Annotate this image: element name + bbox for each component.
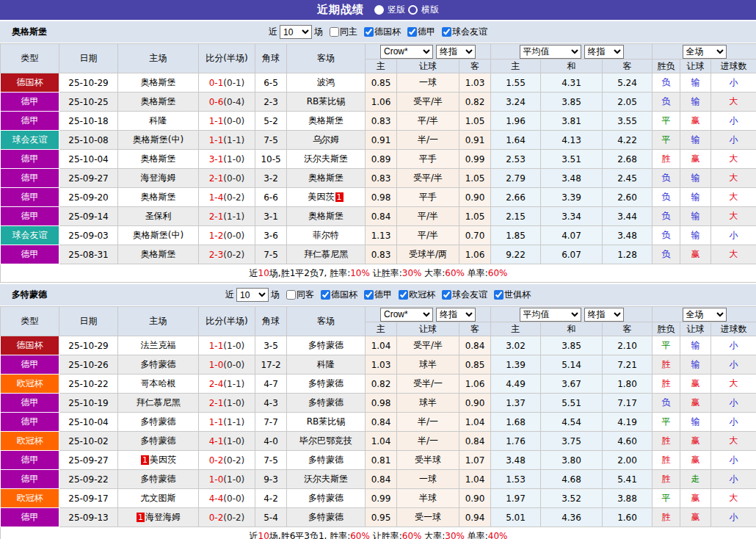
league-filter-1[interactable]: 德甲 [403,26,435,38]
full-time-score[interactable]: 1-2 [209,231,224,241]
home-team-link[interactable]: 奥格斯堡(中) [133,134,183,145]
odds-time-select[interactable]: 终指 [436,308,476,322]
same-side-checkbox-label[interactable]: 同主 [325,26,357,38]
home-team: 奥格斯堡(中) [118,131,199,150]
view-mode-radio-horizontal[interactable]: 横版 [408,4,439,16]
full-time-score[interactable]: 1-4 [209,192,224,203]
away-team-link[interactable]: 乌尔姆 [313,134,339,145]
home-team-link[interactable]: 法兰克福 [141,340,176,350]
home-team-link[interactable]: 拜仁慕尼黑 [137,397,181,408]
home-team-link[interactable]: 哥本哈根 [141,378,176,388]
match-count-select[interactable]: 10 [280,25,312,39]
league-checkbox[interactable] [364,290,374,300]
home-team-link[interactable]: 海登海姆 [145,512,181,522]
home-team-link[interactable]: 奥格斯堡 [141,77,176,87]
league-filter-4[interactable]: 世俱杯 [490,289,531,301]
home-team-link[interactable]: 多特蒙德 [141,359,176,369]
scope-select[interactable]: 全场 [683,45,727,59]
away-team-link[interactable]: 多特蒙德 [308,340,344,350]
full-time-score[interactable]: 1-1 [209,341,224,351]
full-time-score[interactable]: 2-3 [209,250,224,260]
full-time-score[interactable]: 0-2 [209,513,224,523]
league-checkbox[interactable] [321,290,330,300]
away-team-link[interactable]: 多特蒙德 [308,378,344,388]
match-count-select[interactable]: 10 [236,288,269,302]
average-time-select[interactable]: 终指 [584,308,624,322]
home-team-link[interactable]: 科隆 [150,115,167,126]
away-team-link[interactable]: 多特蒙德 [308,397,344,408]
radio-label: 竖版 [388,4,405,16]
home-team-link[interactable]: 尤文图斯 [141,493,176,503]
full-time-score[interactable]: 0-2 [209,455,224,466]
full-time-score[interactable]: 2-1 [209,211,224,222]
away-team-link[interactable]: 毕尔巴鄂竞技 [299,435,352,446]
home-team-link[interactable]: 奥格斯堡 [141,153,176,164]
full-time-score[interactable]: 0-1 [209,78,224,88]
away-team-link[interactable]: 沃尔夫斯堡 [304,474,348,484]
league-filter-2[interactable]: 球会友谊 [437,26,487,38]
scope-select[interactable]: 全场 [683,308,727,322]
league-checkbox[interactable] [364,27,374,37]
home-team-link[interactable]: 多特蒙德 [141,474,176,484]
full-time-score[interactable]: 1-1 [209,417,224,427]
average-time-select[interactable]: 终指 [584,45,624,59]
full-time-score[interactable]: 2-1 [209,173,224,184]
home-team-link[interactable]: 海登海姆 [141,173,176,183]
league-filter-0[interactable]: 德国杯 [316,289,357,301]
full-time-score[interactable]: 0-6 [209,97,224,107]
away-team-link[interactable]: 科隆 [317,359,335,369]
league-filter-2[interactable]: 欧冠杯 [394,289,435,301]
home-team-link[interactable]: 圣保利 [145,211,172,221]
odds-time-select[interactable]: 终指 [436,45,476,59]
league-filter-1[interactable]: 德甲 [360,289,392,301]
away-team-link[interactable]: 菲尔特 [313,230,339,240]
home-team-link[interactable]: 多特蒙德 [141,435,176,446]
home-team-link[interactable]: 奥格斯堡 [141,192,176,202]
full-time-score[interactable]: 2-4 [209,379,224,389]
full-time-score[interactable]: 4-4 [209,493,224,504]
home-team-link[interactable]: 奥格斯堡 [141,249,176,259]
odds-away: 0.84 [459,432,491,451]
full-time-score[interactable]: 1-1 [209,116,224,126]
same-side-checkbox[interactable] [330,27,339,37]
average-source-select[interactable]: 平均值 [520,45,581,59]
league-checkbox[interactable] [442,290,451,300]
league-filter-3[interactable]: 球会友谊 [437,289,487,301]
league-checkbox[interactable] [442,27,451,37]
away-team: 乌尔姆 [287,131,366,150]
away-team-link[interactable]: 多特蒙德 [308,455,344,465]
away-team-link[interactable]: 波鸿 [317,77,335,87]
away-team-link[interactable]: 多特蒙德 [308,512,344,522]
away-team-link[interactable]: 奥格斯堡 [308,173,344,183]
league-checkbox[interactable] [407,27,417,37]
full-time-score[interactable]: 4-1 [209,436,224,446]
away-team-link[interactable]: 多特蒙德 [308,493,344,503]
home-team-link[interactable]: 奥格斯堡 [141,96,176,106]
full-time-score[interactable]: 3-1 [209,154,224,164]
home-team-link[interactable]: 多特蒙德 [141,416,176,427]
odds-source-select[interactable]: Crow* [380,45,433,59]
full-time-score[interactable]: 1-0 [209,474,224,485]
odds-source-select[interactable]: Crow* [380,308,433,322]
same-side-checkbox-label[interactable]: 同客 [282,289,314,301]
league-filter-0[interactable]: 德国杯 [360,26,401,38]
average-source-select[interactable]: 平均值 [520,308,581,322]
full-time-score[interactable]: 1-0 [209,360,224,370]
league-type-badge: 德国杯 [1,73,59,93]
away-team-link[interactable]: 沃尔夫斯堡 [304,153,348,164]
full-time-score[interactable]: 1-1 [209,135,224,145]
home-team-link[interactable]: 美因茨 [150,455,176,465]
league-checkbox[interactable] [494,290,504,300]
odds-away: 0.94 [459,508,491,527]
league-checkbox[interactable] [399,290,408,300]
same-side-checkbox[interactable] [286,290,296,300]
away-team-link[interactable]: RB莱比锡 [307,416,346,427]
away-team-link[interactable]: 奥格斯堡 [308,115,344,126]
home-team-link[interactable]: 奥格斯堡(中) [133,230,183,240]
away-team-link[interactable]: RB莱比锡 [307,96,346,106]
away-team-link[interactable]: 美因茨 [308,192,335,202]
view-mode-radio-vertical[interactable]: 竖版 [374,4,405,16]
away-team-link[interactable]: 拜仁慕尼黑 [304,249,348,259]
away-team-link[interactable]: 奥格斯堡 [308,211,344,221]
full-time-score[interactable]: 2-1 [209,398,224,408]
